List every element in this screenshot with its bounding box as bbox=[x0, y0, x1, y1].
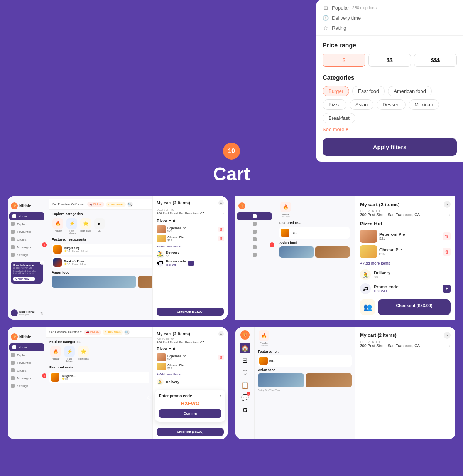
nav-orders-2[interactable] bbox=[235, 235, 274, 243]
content-body-2: 🔥 Popular 280+ opts Featured re... Bu... bbox=[277, 199, 352, 260]
search-icon-3[interactable]: 🔍 bbox=[124, 330, 130, 335]
nibble-icon-3: 🍕 bbox=[11, 333, 18, 340]
price-btn-high[interactable]: $$$ bbox=[414, 54, 457, 67]
nav-explore-3[interactable]: Explore bbox=[8, 351, 46, 359]
promo-popup-header-3: Enter promo code × bbox=[159, 394, 221, 398]
cat-fast-1[interactable]: ⚡ Fast delivery bbox=[66, 218, 78, 234]
promo-confirm-btn-3[interactable]: Confirm bbox=[159, 409, 221, 418]
cat-more-1[interactable]: ▸ Di... bbox=[93, 218, 106, 234]
cat-popular-1[interactable]: 🔥 Popular bbox=[52, 218, 64, 234]
pepperoni-delete-big-2[interactable]: 🗑 bbox=[443, 232, 451, 240]
high-label-3: High class bbox=[77, 358, 90, 360]
promo-plus-1[interactable]: + bbox=[188, 261, 194, 266]
big-item-cheese-2: Cheese Pie $15 🗑 bbox=[360, 245, 451, 258]
order-now-btn-1[interactable]: Order now → bbox=[13, 277, 35, 281]
category-mexican[interactable]: Mexican bbox=[409, 99, 439, 110]
cheese-delete-1[interactable]: 🗑 bbox=[218, 236, 224, 241]
messages-icon-1 bbox=[11, 245, 15, 249]
cat-fast-3[interactable]: ⚡ Fast delivery bbox=[63, 346, 76, 362]
message-badge-1: 1 bbox=[42, 242, 47, 247]
category-fast-food[interactable]: Fast food bbox=[352, 86, 385, 96]
mini-close-1[interactable]: × bbox=[218, 200, 224, 205]
nav-fav-2[interactable] bbox=[235, 228, 274, 235]
cat-high-1[interactable]: ⭐ High class bbox=[79, 218, 92, 234]
category-american-food[interactable]: American food bbox=[388, 86, 432, 96]
category-burger[interactable]: Burger bbox=[323, 86, 349, 96]
popular-icon-3: 🔥 bbox=[50, 346, 61, 357]
pepperoni-delete-3[interactable]: 🗑 bbox=[218, 355, 224, 360]
mini-address-1: 300 Post Street San Francisco, CA › bbox=[157, 211, 224, 215]
category-breakfast[interactable]: Breakfast bbox=[323, 113, 355, 123]
big-address-2: 300 Post Street San Francisco, CA › bbox=[360, 213, 451, 217]
big-cart-header-4: My cart (2 items) × bbox=[360, 332, 451, 339]
promo-plus-big-2[interactable]: + bbox=[443, 285, 451, 293]
nav-settings-1[interactable]: Settings bbox=[8, 251, 46, 259]
cat-popular-4[interactable]: 🔥 Popular 280+ opts bbox=[258, 330, 270, 346]
at-label: At : bbox=[147, 395, 154, 401]
cheese-price-big-2: $15 bbox=[379, 252, 441, 256]
price-btn-low[interactable]: $ bbox=[323, 54, 365, 67]
nibble-logo-3: 🍕 Nibble bbox=[8, 330, 46, 343]
checkout-btn-2[interactable]: Checkout ($53.00) bbox=[378, 299, 451, 315]
see-more[interactable]: See more ▾ bbox=[323, 126, 457, 132]
asian-img-1 bbox=[52, 276, 136, 288]
delivery-price-big-2: $0 bbox=[374, 275, 451, 279]
messages-icon-2 bbox=[253, 245, 257, 249]
pepperoni-delete-1[interactable]: 🗑 bbox=[218, 227, 224, 232]
nav-messages-2[interactable]: 1 bbox=[235, 243, 274, 251]
nav-fav-1[interactable]: Favourites bbox=[8, 228, 46, 235]
add-more-1[interactable]: + Add more items bbox=[157, 245, 224, 248]
category-asian[interactable]: Asian bbox=[350, 99, 374, 110]
cart-card-2: 🍕 1 bbox=[235, 196, 455, 320]
delivery-label-1: Delivery bbox=[166, 251, 179, 254]
big-close-4[interactable]: × bbox=[444, 332, 451, 339]
cheese-delete-big-2[interactable]: 🗑 bbox=[443, 248, 451, 256]
popular-cat-icon-1: 🔥 bbox=[52, 218, 63, 229]
search-icon-1[interactable]: 🔍 bbox=[127, 202, 133, 207]
bottom-spacer bbox=[0, 362, 463, 439]
asian-title-2: Asian food bbox=[279, 241, 350, 245]
people-btn-2[interactable]: 👥 bbox=[360, 299, 375, 315]
nav-home-3[interactable]: Home bbox=[9, 343, 44, 351]
topbar-actions-1: 🚗 Pick up 🏷 Best deals 🔍 bbox=[87, 202, 133, 207]
cheese-info-1: Cheese Pie $15 bbox=[167, 235, 217, 242]
banner-close-1[interactable]: × bbox=[40, 260, 44, 265]
msg-badge-2: 1 bbox=[270, 242, 274, 247]
pepperoni-info-3: Peperoni Pie $21 bbox=[167, 354, 217, 360]
address-arrow-4: › bbox=[449, 344, 451, 348]
nav-home-2[interactable] bbox=[237, 212, 272, 220]
cat-popular-2[interactable]: 🔥 Popular 280+ opts bbox=[279, 202, 292, 218]
home-btn-4[interactable]: 🏠 bbox=[240, 343, 250, 353]
category-pizza[interactable]: Pizza bbox=[323, 99, 346, 110]
settings-icon-1 bbox=[11, 253, 15, 257]
category-dessert[interactable]: Dessert bbox=[377, 99, 406, 110]
nav-orders-1[interactable]: Orders bbox=[8, 235, 46, 243]
mini-cart-header-1: My cart (2 items) × bbox=[157, 200, 224, 205]
filter-panel: ⊞ Popular 280+ options 🕐 Delivery time ☆… bbox=[316, 0, 463, 162]
promo-code-value-3: HXFWO bbox=[159, 400, 221, 406]
add-more-big-2[interactable]: + Add more items bbox=[360, 261, 451, 266]
nav-messages-1[interactable]: Messages 1 bbox=[8, 243, 46, 251]
promo-popup-close-3[interactable]: × bbox=[219, 394, 221, 398]
cart-close-3[interactable]: × bbox=[218, 331, 224, 336]
explore-title-3: Explore categories bbox=[49, 340, 149, 344]
nav-explore-1[interactable]: Explore bbox=[8, 220, 46, 228]
pepperoni-img-big-2 bbox=[360, 230, 377, 243]
user-menu-btn-1[interactable]: ⇅ bbox=[40, 311, 43, 315]
nav-home-1[interactable]: Home bbox=[9, 212, 44, 220]
checkout-btn-1[interactable]: Checkout ($53.00) bbox=[157, 308, 224, 316]
mini-cart-title-1: My cart (2 items) bbox=[157, 200, 190, 205]
nibble-text-1: Nibble bbox=[19, 204, 31, 208]
nav-settings-2[interactable] bbox=[235, 251, 274, 259]
cheese-price-1: $15 bbox=[167, 239, 217, 242]
deals-badge-3: 🏷 Best deals bbox=[103, 330, 123, 335]
high-cat-label-1: High class bbox=[79, 230, 92, 232]
rating-filter-row: ☆ Rating bbox=[323, 25, 457, 31]
price-btn-mid[interactable]: $$ bbox=[368, 54, 411, 67]
promo-info-big-2: Promo code HXFWO bbox=[374, 284, 440, 293]
big-close-2[interactable]: × bbox=[444, 201, 451, 208]
delivery-info-big-2: Delivery $0 bbox=[374, 271, 451, 279]
cat-high-3[interactable]: ⭐ High class bbox=[77, 346, 90, 362]
cat-popular-3[interactable]: 🔥 Popular bbox=[49, 346, 62, 362]
nav-explore-2[interactable] bbox=[235, 220, 274, 228]
